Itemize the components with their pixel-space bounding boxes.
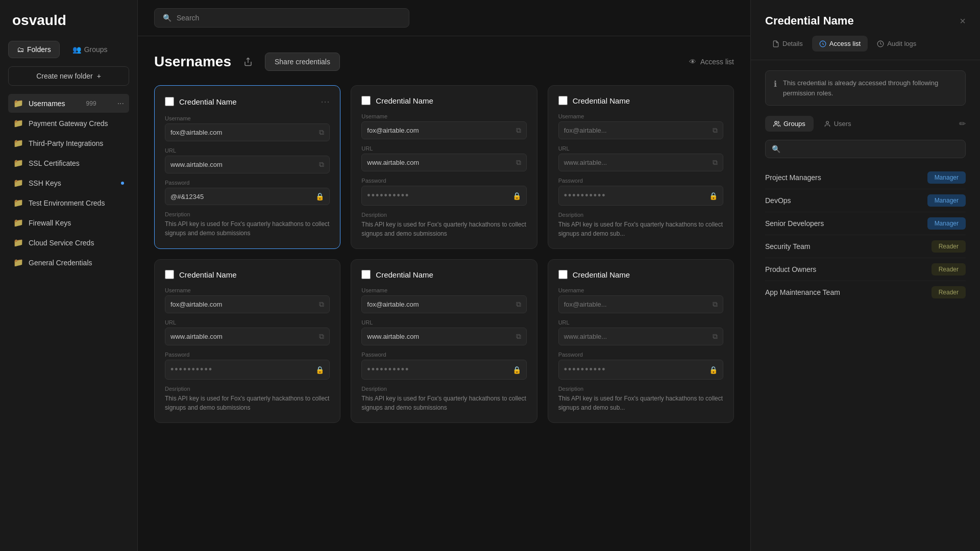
card-checkbox[interactable] <box>165 97 174 106</box>
users-tab[interactable]: Users <box>816 116 860 132</box>
lock-icon[interactable]: 🔒 <box>315 366 324 374</box>
lock-icon[interactable]: 🔒 <box>709 192 718 200</box>
credential-card-2: Credential Name Username fox@airtable.co… <box>351 85 537 249</box>
description-label: Desription <box>558 212 723 218</box>
username-value-row: fox@airtable... ⧉ <box>558 121 723 139</box>
card-checkbox[interactable] <box>361 270 371 279</box>
password-value-row: •••••••••• 🔒 <box>558 186 723 206</box>
username-label: Username <box>361 287 526 293</box>
role-badge[interactable]: Manager <box>927 217 966 230</box>
panel-tab-details[interactable]: Details <box>765 36 810 52</box>
url-value: www.airtable... <box>564 159 708 166</box>
card-checkbox[interactable] <box>558 270 568 279</box>
copy-url-icon[interactable]: ⧉ <box>516 332 521 341</box>
lock-icon[interactable]: 🔒 <box>512 192 521 200</box>
access-row-devops: DevOps Manager <box>765 189 966 212</box>
credential-card-4: Credential Name Username fox@airtable.co… <box>154 259 340 423</box>
panel-tab-access-list[interactable]: Access list <box>812 36 868 52</box>
card-checkbox[interactable] <box>165 270 174 279</box>
card-menu-icon[interactable]: ⋯ <box>321 96 330 107</box>
lock-icon[interactable]: 🔒 <box>512 366 521 374</box>
copy-url-icon[interactable]: ⧉ <box>713 332 718 341</box>
panel-tab-audit-logs[interactable]: Audit logs <box>870 36 923 52</box>
search-access-bar[interactable]: 🔍 <box>765 140 966 158</box>
folder-item-ssl[interactable]: 📁 SSL Certificates <box>8 154 129 172</box>
copy-url-icon[interactable]: ⧉ <box>516 158 521 167</box>
role-badge[interactable]: Manager <box>927 171 966 184</box>
nav-tab-groups[interactable]: 👥 Groups <box>64 41 116 58</box>
copy-username-icon[interactable]: ⧉ <box>319 300 324 309</box>
password-value: @#&12345 <box>170 193 311 201</box>
password-value-row: •••••••••• 🔒 <box>361 186 526 206</box>
url-field: URL www.airtable... ⧉ <box>558 319 723 345</box>
copy-url-icon[interactable]: ⧉ <box>319 332 324 341</box>
url-label: URL <box>361 145 526 152</box>
card-checkbox[interactable] <box>558 96 568 105</box>
role-badge[interactable]: Reader <box>932 263 966 276</box>
username-value-row: fox@airtable.com ⧉ <box>361 295 526 313</box>
folder-icon: 📁 <box>13 238 23 247</box>
close-button[interactable]: × <box>960 16 966 26</box>
folder-menu-icon[interactable]: ··· <box>117 99 124 108</box>
panel-title: Credential Name <box>765 14 854 28</box>
credential-card-1: Credential Name ⋯ Username fox@airtable.… <box>154 85 340 249</box>
folder-item-usernames[interactable]: 📁 Usernames 999 ··· <box>8 94 129 113</box>
card-title: Credential Name <box>573 96 723 105</box>
lock-icon[interactable]: 🔒 <box>315 192 324 201</box>
create-folder-button[interactable]: Create new folder + <box>8 66 129 86</box>
lock-icon[interactable]: 🔒 <box>709 366 718 374</box>
folder-item-firewall[interactable]: 📁 Firewall Keys <box>8 213 129 232</box>
description-text: This API key is used for Fox's quarterly… <box>558 220 723 238</box>
content-header: Usernames Share credentials 👁 Access lis… <box>154 53 734 71</box>
folder-item-test-env[interactable]: 📁 Test Environment Creds <box>8 193 129 212</box>
folder-item-general[interactable]: 📁 General Credentials <box>8 253 129 272</box>
copy-username-icon[interactable]: ⧉ <box>516 126 521 135</box>
folder-name: General Credentials <box>29 259 92 267</box>
access-group-name: Product Owners <box>765 265 925 273</box>
description-label: Desription <box>361 212 526 218</box>
access-row-project-managers: Project Managers Manager <box>765 166 966 189</box>
copy-username-icon[interactable]: ⧉ <box>516 300 521 309</box>
card-title: Credential Name <box>179 270 330 279</box>
share-credentials-button[interactable]: Share credentials <box>265 53 340 71</box>
role-badge[interactable]: Reader <box>932 240 966 253</box>
role-badge[interactable]: Reader <box>932 286 966 298</box>
copy-username-icon[interactable]: ⧉ <box>713 126 718 135</box>
card-title: Credential Name <box>573 270 723 279</box>
access-list-button[interactable]: 👁 Access list <box>689 58 734 66</box>
url-value-row: www.airtable.com ⧉ <box>361 154 526 171</box>
url-value-row: www.airtable.com ⧉ <box>165 328 330 345</box>
folder-name: Usernames <box>29 99 65 108</box>
copy-username-icon[interactable]: ⧉ <box>713 300 718 309</box>
groups-nav-icon: 👥 <box>72 45 81 54</box>
role-badge[interactable]: Manager <box>927 194 966 207</box>
password-label: Password <box>558 178 723 184</box>
access-row-security-team: Security Team Reader <box>765 235 966 258</box>
card-title: Credential Name <box>376 270 526 279</box>
folder-item-third-party[interactable]: 📁 Third-Party Integrations <box>8 134 129 153</box>
folder-item-cloud[interactable]: 📁 Cloud Service Creds <box>8 233 129 252</box>
password-label: Password <box>361 352 526 358</box>
groups-tab-label: Groups <box>783 120 805 128</box>
username-field: Username fox@airtable.com ⧉ <box>165 287 330 313</box>
edit-icon[interactable]: ✏ <box>959 119 966 129</box>
groups-tab[interactable]: Groups <box>765 116 814 132</box>
password-field: Password •••••••••• 🔒 <box>558 178 723 206</box>
share-icon-button[interactable] <box>239 53 257 70</box>
search-access-input[interactable] <box>785 145 959 153</box>
card-checkbox[interactable] <box>361 96 371 105</box>
card-header: Credential Name <box>558 96 723 105</box>
copy-url-icon[interactable]: ⧉ <box>319 160 324 169</box>
password-dots: •••••••••• <box>564 364 705 375</box>
folder-item-ssh[interactable]: 📁 SSH Keys <box>8 173 129 192</box>
folder-item-payment[interactable]: 📁 Payment Gateway Creds <box>8 114 129 133</box>
nav-tab-folders[interactable]: 🗂 Folders <box>8 41 60 58</box>
url-field: URL www.airtable.com ⧉ <box>361 319 526 345</box>
password-field: Password •••••••••• 🔒 <box>361 352 526 380</box>
access-list: Project Managers Manager DevOps Manager … <box>765 166 966 304</box>
search-bar[interactable]: 🔍 Search <box>154 8 409 28</box>
copy-url-icon[interactable]: ⧉ <box>713 158 718 167</box>
folder-dot-indicator <box>121 182 124 185</box>
password-dots: •••••••••• <box>564 190 705 201</box>
copy-username-icon[interactable]: ⧉ <box>319 128 324 137</box>
